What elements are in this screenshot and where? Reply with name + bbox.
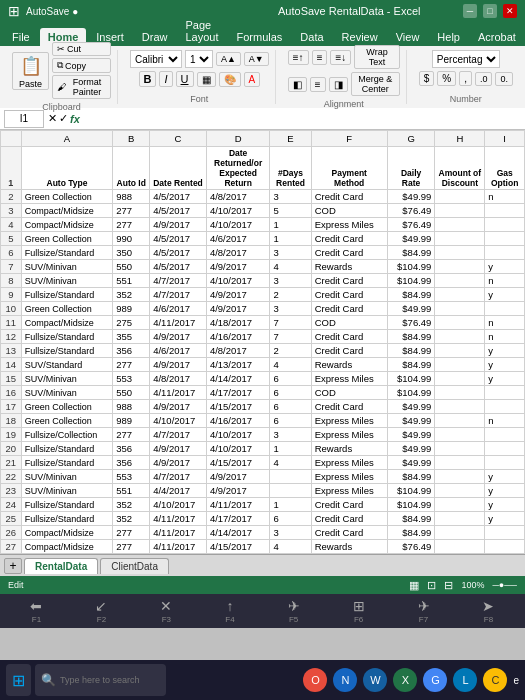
cell-A19[interactable]: Fullsize/Collection: [21, 428, 113, 442]
increase-decimal-button[interactable]: .0: [475, 72, 493, 86]
cell-C25[interactable]: 4/11/2017: [150, 512, 207, 526]
cell-F17[interactable]: Credit Card: [311, 400, 387, 414]
cell-I9[interactable]: y: [485, 288, 525, 302]
cell-B3[interactable]: 277: [113, 204, 150, 218]
cell-G13[interactable]: $84.99: [387, 344, 435, 358]
col-header-a[interactable]: A: [21, 131, 113, 147]
cell-A17[interactable]: Green Collection: [21, 400, 113, 414]
cell-C4[interactable]: 4/9/2017: [150, 218, 207, 232]
cell-I26[interactable]: [485, 526, 525, 540]
cell-B2[interactable]: 988: [113, 190, 150, 204]
header-cell-A[interactable]: Auto Type: [21, 147, 113, 190]
fill-color-button[interactable]: 🎨: [219, 72, 241, 87]
cell-H8[interactable]: [435, 274, 485, 288]
cell-H20[interactable]: [435, 442, 485, 456]
cell-F21[interactable]: Express Miles: [311, 456, 387, 470]
cell-B19[interactable]: 277: [113, 428, 150, 442]
cell-B22[interactable]: 553: [113, 470, 150, 484]
tab-help[interactable]: Help: [429, 28, 468, 46]
status-normal-view[interactable]: ▦: [409, 579, 419, 592]
cell-C27[interactable]: 4/11/2017: [150, 540, 207, 554]
cell-B23[interactable]: 551: [113, 484, 150, 498]
cell-C3[interactable]: 4/5/2017: [150, 204, 207, 218]
sheet-tab-clientdata[interactable]: ClientData: [100, 558, 169, 574]
cell-E4[interactable]: 1: [270, 218, 311, 232]
cell-F2[interactable]: Credit Card: [311, 190, 387, 204]
cell-G18[interactable]: $49.99: [387, 414, 435, 428]
cell-G20[interactable]: $49.99: [387, 442, 435, 456]
status-page-layout-view[interactable]: ⊡: [427, 579, 436, 592]
cell-C7[interactable]: 4/5/2017: [150, 260, 207, 274]
cell-G15[interactable]: $104.99: [387, 372, 435, 386]
cell-E8[interactable]: 3: [270, 274, 311, 288]
cell-A26[interactable]: Compact/Midsize: [21, 526, 113, 540]
align-center-button[interactable]: ≡: [310, 77, 326, 92]
cell-F12[interactable]: Credit Card: [311, 330, 387, 344]
cell-E6[interactable]: 3: [270, 246, 311, 260]
cell-H27[interactable]: [435, 540, 485, 554]
cell-I5[interactable]: [485, 232, 525, 246]
cell-F20[interactable]: Rewards: [311, 442, 387, 456]
cell-D3[interactable]: 4/10/2017: [206, 204, 270, 218]
cell-I15[interactable]: y: [485, 372, 525, 386]
cell-H25[interactable]: [435, 512, 485, 526]
cell-C15[interactable]: 4/8/2017: [150, 372, 207, 386]
cell-F13[interactable]: Credit Card: [311, 344, 387, 358]
fkey-f6[interactable]: ⊞ F6: [353, 598, 365, 624]
cell-A21[interactable]: Fullsize/Standard: [21, 456, 113, 470]
cell-I8[interactable]: n: [485, 274, 525, 288]
fkey-f7[interactable]: ✈ F7: [418, 598, 430, 624]
cell-F15[interactable]: Express Miles: [311, 372, 387, 386]
cell-D11[interactable]: 4/18/2017: [206, 316, 270, 330]
tab-review[interactable]: Review: [334, 28, 386, 46]
cell-C2[interactable]: 4/5/2017: [150, 190, 207, 204]
cell-B16[interactable]: 550: [113, 386, 150, 400]
insert-function-icon[interactable]: fx: [70, 113, 80, 125]
cell-A22[interactable]: SUV/Minivan: [21, 470, 113, 484]
comma-button[interactable]: ,: [459, 71, 472, 86]
cell-F5[interactable]: Credit Card: [311, 232, 387, 246]
cell-E10[interactable]: 3: [270, 302, 311, 316]
cell-A4[interactable]: Compact/Midsize: [21, 218, 113, 232]
cell-C13[interactable]: 4/6/2017: [150, 344, 207, 358]
tab-acrobat[interactable]: Acrobat: [470, 28, 524, 46]
cell-H2[interactable]: [435, 190, 485, 204]
col-header-h[interactable]: H: [435, 131, 485, 147]
cell-F24[interactable]: Credit Card: [311, 498, 387, 512]
cell-F14[interactable]: Rewards: [311, 358, 387, 372]
cell-C6[interactable]: 4/5/2017: [150, 246, 207, 260]
bold-button[interactable]: B: [139, 71, 157, 87]
cell-E25[interactable]: 6: [270, 512, 311, 526]
cell-D13[interactable]: 4/8/2017: [206, 344, 270, 358]
taskbar-icon-google[interactable]: G: [423, 668, 447, 692]
cell-E14[interactable]: 4: [270, 358, 311, 372]
cell-H22[interactable]: [435, 470, 485, 484]
cell-A20[interactable]: Fullsize/Standard: [21, 442, 113, 456]
cell-D18[interactable]: 4/16/2017: [206, 414, 270, 428]
cell-D9[interactable]: 4/9/2017: [206, 288, 270, 302]
number-format-select[interactable]: Percentage: [432, 50, 500, 68]
font-name-select[interactable]: Calibri: [130, 50, 182, 68]
decrease-font-button[interactable]: A▼: [244, 52, 269, 66]
header-cell-E[interactable]: #Days Rented: [270, 147, 311, 190]
cell-F3[interactable]: COD: [311, 204, 387, 218]
cell-G5[interactable]: $49.99: [387, 232, 435, 246]
cell-H24[interactable]: [435, 498, 485, 512]
cell-A11[interactable]: Compact/Midsize: [21, 316, 113, 330]
col-header-g[interactable]: G: [387, 131, 435, 147]
format-painter-button[interactable]: 🖌 Format Painter: [52, 75, 111, 99]
cell-D4[interactable]: 4/10/2017: [206, 218, 270, 232]
cell-I11[interactable]: n: [485, 316, 525, 330]
cell-G23[interactable]: $104.99: [387, 484, 435, 498]
fkey-f4[interactable]: ↑ F4: [225, 598, 234, 624]
cell-F27[interactable]: Rewards: [311, 540, 387, 554]
cell-D19[interactable]: 4/10/2017: [206, 428, 270, 442]
cell-C20[interactable]: 4/9/2017: [150, 442, 207, 456]
cell-H9[interactable]: [435, 288, 485, 302]
cell-G21[interactable]: $49.99: [387, 456, 435, 470]
cell-E21[interactable]: 4: [270, 456, 311, 470]
cell-D23[interactable]: 4/9/2017: [206, 484, 270, 498]
cell-D10[interactable]: 4/9/2017: [206, 302, 270, 316]
increase-font-button[interactable]: A▲: [216, 52, 241, 66]
close-btn[interactable]: ✕: [503, 4, 517, 18]
